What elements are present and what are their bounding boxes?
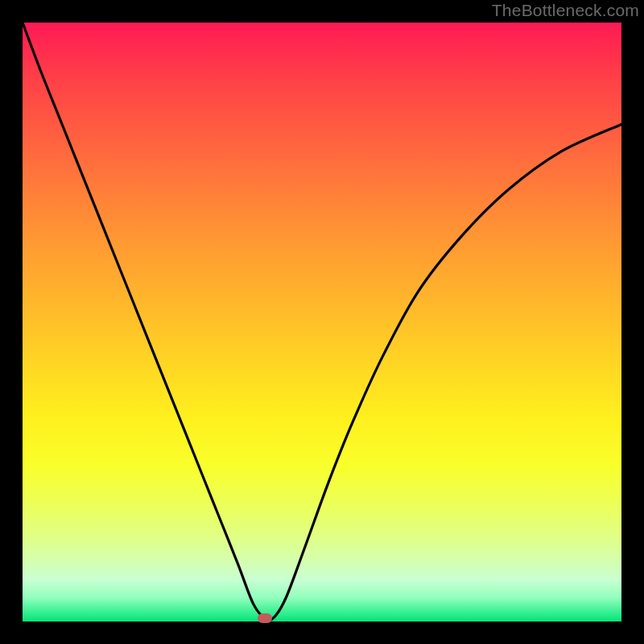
watermark-text: TheBottleneck.com bbox=[492, 1, 639, 20]
bottleneck-curve bbox=[23, 23, 621, 621]
minimum-marker bbox=[258, 613, 272, 623]
plot-area bbox=[23, 23, 621, 621]
chart-frame: TheBottleneck.com bbox=[0, 0, 644, 644]
